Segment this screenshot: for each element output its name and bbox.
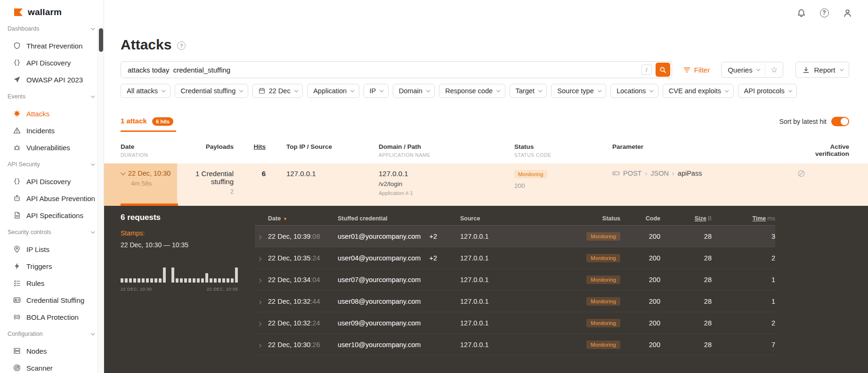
- chevron-right-icon[interactable]: [258, 343, 261, 347]
- filter-button[interactable]: Filter: [683, 66, 710, 74]
- chevron-right-icon[interactable]: [258, 322, 261, 325]
- chip-locations[interactable]: Locations: [610, 84, 658, 98]
- request-row[interactable]: 22 Dec, 10:32:44 user08@yourcompany.com …: [255, 291, 775, 312]
- sidebar-item-credential-stuffing[interactable]: Credential Stuffing: [0, 292, 104, 308]
- sidebar-section-events[interactable]: Events: [0, 88, 104, 105]
- search-button[interactable]: [656, 63, 670, 77]
- col-source: Source: [460, 215, 480, 222]
- chip-all-attacks[interactable]: All attacks: [121, 84, 170, 98]
- sidebar-item-vulnerabilities[interactable]: Vulnerabilities: [0, 139, 104, 156]
- chip-api-protocols[interactable]: API protocols: [738, 84, 797, 98]
- col-size-sortable[interactable]: Size: [695, 215, 706, 222]
- col-date-sortable[interactable]: Date: [268, 215, 281, 222]
- sidebar-item-api-specifications[interactable]: API Specifications: [0, 207, 104, 224]
- sidebar-item-api-discovery[interactable]: API Discovery: [0, 54, 104, 71]
- page-help-icon[interactable]: ?: [177, 41, 186, 50]
- report-button[interactable]: Report: [795, 62, 849, 78]
- sidebar-section-configuration[interactable]: Configuration: [0, 325, 104, 342]
- help-icon[interactable]: ?: [819, 8, 829, 18]
- chevron-down-icon: [91, 26, 95, 30]
- chip-credential-stuffing[interactable]: Credential stuffing: [175, 84, 248, 98]
- sidebar-section-dashboards[interactable]: Dashboards: [0, 20, 104, 37]
- size-value: 28: [660, 319, 712, 327]
- page-title: Attacks: [121, 37, 171, 53]
- logo[interactable]: wallarm: [0, 0, 104, 17]
- warning-triangle-icon: [13, 127, 21, 135]
- status-badge: Monitoring: [586, 319, 620, 327]
- request-row[interactable]: 22 Dec, 10:32:24 user09@yourcompany.com …: [255, 312, 775, 334]
- sidebar-item-label: Scanner: [26, 364, 53, 372]
- size-value: 28: [660, 341, 712, 349]
- attack-domain[interactable]: 127.0.0.1: [379, 170, 514, 178]
- sidebar-item-api-abuse-prevention[interactable]: API Abuse Prevention: [0, 190, 104, 207]
- chip-response-code[interactable]: Response code: [439, 84, 505, 98]
- chip-ip[interactable]: IP: [364, 84, 389, 98]
- sidebar-item-attacks[interactable]: Attacks: [0, 105, 104, 122]
- queries-button[interactable]: Queries: [722, 62, 765, 77]
- stamps-label[interactable]: Stamps:: [121, 229, 255, 237]
- attack-row[interactable]: 22 Dec, 10:30 4m 58s 1 Credential stuffi…: [104, 163, 868, 206]
- sidebar-item-triggers[interactable]: Triggers: [0, 258, 104, 275]
- star-icon: ☆: [771, 65, 778, 75]
- calendar-icon: [259, 88, 265, 94]
- notifications-bell-icon[interactable]: [796, 8, 806, 18]
- chevron-down-icon: [294, 89, 298, 92]
- chevron-down-icon[interactable]: [121, 170, 126, 175]
- sidebar-item-rules[interactable]: Rules: [0, 275, 104, 292]
- request-row[interactable]: 22 Dec, 10:35:24 user04@yourcompany.com+…: [255, 247, 775, 269]
- lightning-icon: [13, 262, 21, 270]
- col-hits-sortable[interactable]: Hits: [234, 143, 266, 150]
- chip-application[interactable]: Application: [307, 84, 359, 98]
- attack-path[interactable]: /v2/login: [379, 180, 514, 187]
- hits-badge: 6 hits: [152, 117, 173, 126]
- param-type: JSON: [650, 170, 669, 177]
- chip-target[interactable]: Target: [510, 84, 547, 98]
- param-name: apiPass: [678, 170, 702, 177]
- sidebar-item-bola-protection[interactable]: BOLA Protection: [0, 308, 104, 325]
- chevron-down-icon: [725, 89, 729, 92]
- sidebar-item-nodes[interactable]: Nodes: [0, 342, 104, 359]
- col-time-sortable[interactable]: Time: [752, 215, 766, 222]
- chevron-right-icon[interactable]: [258, 300, 261, 304]
- sidebar-item-label: API Specifications: [26, 211, 83, 219]
- document-icon: [13, 211, 21, 219]
- attack-count-tab[interactable]: 1 attack 6 hits: [121, 117, 173, 132]
- time-value: 2: [712, 254, 775, 262]
- sidebar-item-label: IP Lists: [26, 245, 49, 253]
- favorite-star-button[interactable]: ☆: [765, 62, 783, 77]
- scrollbar-thumb[interactable]: [99, 28, 103, 52]
- chip-source-type[interactable]: Source type: [551, 84, 606, 98]
- app-root: wallarm Dashboards Threat Prevention API…: [0, 0, 868, 373]
- chevron-right-icon[interactable]: [258, 278, 261, 282]
- response-code: 200: [620, 276, 660, 284]
- sidebar-item-owasp-api-2023[interactable]: OWASP API 2023: [0, 71, 104, 88]
- sidebar-section-api-security[interactable]: API Security: [0, 156, 104, 173]
- sort-toggle[interactable]: [831, 117, 849, 126]
- sidebar-item-scanner[interactable]: Scanner: [0, 359, 104, 373]
- sidebar-item-api-discovery-2[interactable]: API Discovery: [0, 173, 104, 190]
- request-row[interactable]: 22 Dec, 10:30:26 user10@yourcompany.com …: [255, 334, 775, 356]
- attack-top-ip[interactable]: 127.0.0.1: [286, 170, 316, 178]
- request-row[interactable]: 22 Dec, 10:34:04 user07@yourcompany.com …: [255, 269, 775, 291]
- active-tab-underline: [121, 130, 176, 132]
- chevron-right-icon[interactable]: [258, 235, 261, 239]
- topbar: ?: [104, 0, 868, 25]
- chip-cve-and-exploits[interactable]: CVE and exploits: [663, 84, 734, 98]
- size-value: 28: [660, 254, 712, 262]
- chip-date[interactable]: 22 Dec: [252, 84, 303, 98]
- chip-domain[interactable]: Domain: [393, 84, 435, 98]
- sidebar-item-incidents[interactable]: Incidents: [0, 122, 104, 139]
- attack-payload-count: 2: [191, 188, 234, 195]
- account-icon[interactable]: [842, 8, 852, 18]
- sidebar-item-threat-prevention[interactable]: Threat Prevention: [0, 37, 104, 54]
- search-input[interactable]: [128, 66, 641, 74]
- chevron-right-icon[interactable]: [258, 257, 261, 260]
- prohibited-icon[interactable]: [797, 171, 805, 179]
- response-code: 200: [620, 298, 660, 305]
- request-row[interactable]: 22 Dec, 10:39:08 user01@yourcompany.com+…: [255, 226, 775, 247]
- sidebar-section-security-controls[interactable]: Security controls: [0, 224, 104, 241]
- col-top-ip: Top IP / Source: [286, 143, 379, 150]
- chevron-down-icon: [756, 67, 760, 71]
- sidebar-scrollbar[interactable]: [97, 25, 104, 373]
- sidebar-item-ip-lists[interactable]: IP Lists: [0, 241, 104, 258]
